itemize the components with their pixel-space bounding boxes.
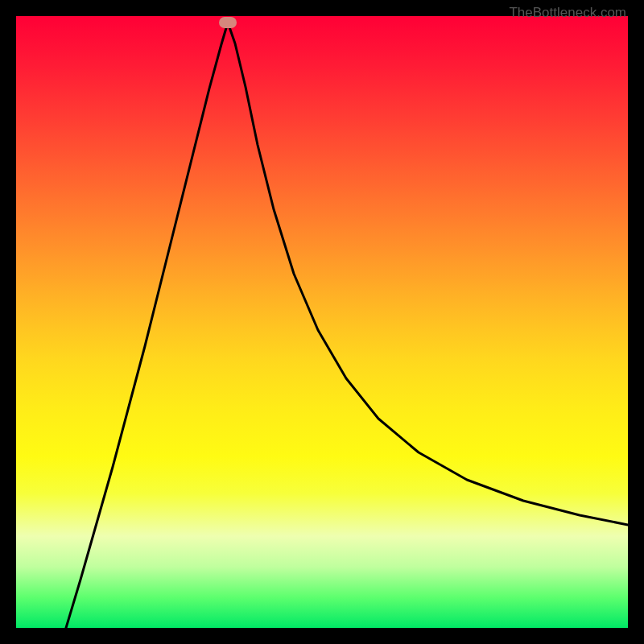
- chart-plot-area: [16, 16, 628, 628]
- bottleneck-curve: [16, 16, 628, 628]
- optimal-point-marker: [219, 17, 237, 28]
- watermark: TheBottleneck.com: [509, 5, 626, 21]
